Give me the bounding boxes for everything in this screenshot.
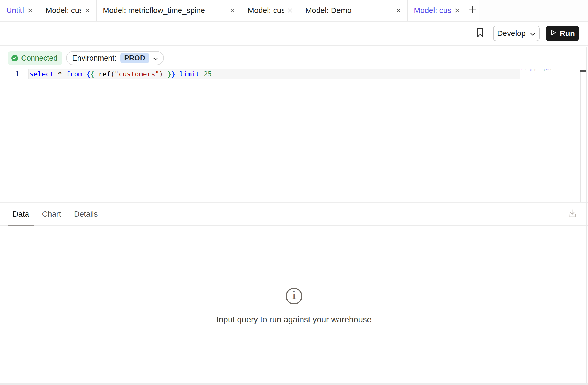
run-button[interactable]: Run — [546, 26, 579, 41]
bookmark-button[interactable] — [476, 28, 484, 39]
close-icon[interactable] — [396, 8, 401, 13]
editor-minimap: select * from {{ ref("customers") }} lim… — [520, 69, 551, 71]
develop-label: Develop — [497, 29, 526, 38]
download-results-button[interactable] — [568, 209, 577, 219]
connection-status-row: Connected Environment: PROD — [0, 46, 588, 65]
tab-bar-filler — [479, 0, 588, 21]
close-icon[interactable] — [230, 8, 235, 13]
chevron-down-icon — [153, 54, 158, 62]
tab-details[interactable]: Details — [69, 203, 102, 225]
tab-model-metricflow-time-spine[interactable]: Model: metricflow_time_spine — [97, 0, 241, 21]
plus-icon — [468, 6, 477, 15]
editor-tab-bar: Untitled 1 Model: customers Model: metri… — [0, 0, 588, 22]
tab-label: Untitled 1 — [6, 6, 24, 15]
results-panel: Data Chart Details i Input query to run … — [0, 203, 588, 385]
tab-model-customers-1[interactable]: Model: customers — [39, 0, 97, 21]
ide-window: Untitled 1 Model: customers Model: metri… — [0, 0, 588, 385]
editor-toolbar: Develop Run — [0, 22, 588, 46]
new-tab-button[interactable] — [466, 0, 479, 21]
tab-label: Details — [74, 210, 98, 218]
environment-value-chip: PROD — [120, 53, 149, 63]
code-line-row: 1 select * from {{ ref("customers") }} l… — [0, 69, 588, 79]
tab-model-demo[interactable]: Model: Demo — [299, 0, 408, 21]
empty-state-message: Input query to run against your warehous… — [216, 315, 371, 324]
connection-status-label: Connected — [21, 54, 57, 62]
environment-dropdown[interactable]: Environment: PROD — [66, 51, 164, 65]
tab-label: Data — [13, 210, 29, 218]
tab-untitled-1[interactable]: Untitled 1 — [0, 0, 39, 21]
tab-label: Chart — [42, 210, 61, 218]
active-tab-underline — [8, 225, 34, 226]
close-icon[interactable] — [454, 8, 460, 13]
check-circle-icon — [11, 55, 18, 61]
right-edge-border — [586, 47, 587, 383]
tab-label: Model: Demo — [305, 6, 351, 15]
tab-label: Model: customers — [46, 6, 81, 15]
editor-scrollbar-track[interactable] — [580, 70, 587, 202]
editor-scrollbar-thumb[interactable] — [580, 70, 587, 72]
connection-status-badge: Connected — [8, 51, 62, 65]
tab-label: Model: customers — [248, 6, 284, 15]
bottom-edge-border — [0, 383, 588, 385]
chevron-down-icon — [530, 29, 535, 38]
play-icon — [550, 29, 556, 38]
sql-code[interactable]: select * from {{ ref("customers") }} lim… — [29, 69, 212, 79]
tab-label: Model: metricflow_time_spine — [103, 6, 205, 15]
run-label: Run — [560, 29, 575, 38]
develop-dropdown-button[interactable]: Develop — [493, 26, 540, 41]
results-tab-bar: Data Chart Details — [0, 203, 588, 226]
tab-data[interactable]: Data — [8, 203, 34, 225]
tab-model-customers-2[interactable]: Model: customers — [241, 0, 299, 21]
download-icon — [568, 209, 577, 219]
tab-model-customers-3[interactable]: Model: customers — [408, 0, 466, 21]
results-empty-state: i Input query to run against your wareho… — [0, 288, 588, 324]
bookmark-icon — [476, 28, 484, 39]
close-icon[interactable] — [85, 8, 90, 13]
environment-label: Environment: — [72, 54, 116, 62]
sql-editor-pane: Connected Environment: PROD 1 select * f… — [0, 46, 588, 202]
close-icon[interactable] — [27, 8, 33, 13]
tab-chart[interactable]: Chart — [37, 203, 65, 225]
info-icon: i — [286, 288, 302, 304]
line-number: 1 — [0, 69, 19, 79]
tab-label: Model: customers — [414, 6, 451, 15]
close-icon[interactable] — [287, 8, 293, 13]
active-code-line[interactable]: select * from {{ ref("customers") }} lim… — [28, 69, 520, 79]
